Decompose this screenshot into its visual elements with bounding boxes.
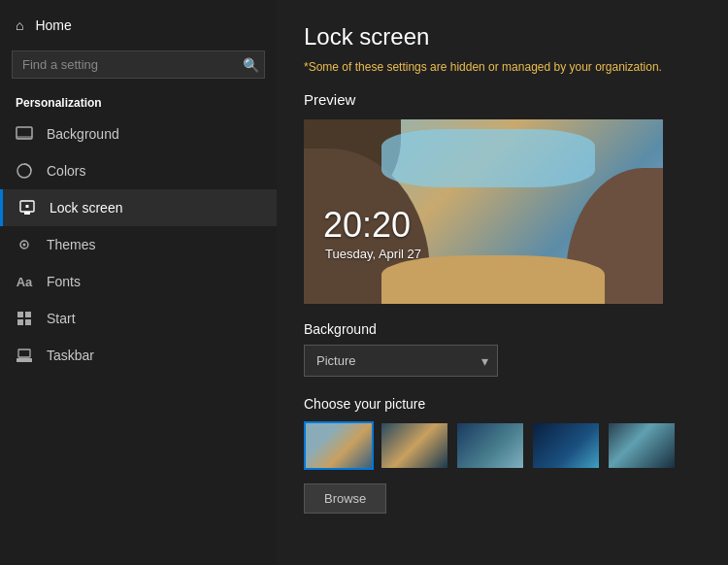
picture-thumb-1[interactable] xyxy=(304,421,374,470)
svg-rect-8 xyxy=(17,312,23,317)
preview-date: Tuesday, April 27 xyxy=(325,247,421,261)
svg-rect-13 xyxy=(18,349,30,357)
themes-label: Themes xyxy=(47,237,96,252)
lock-screen-label: Lock screen xyxy=(50,200,122,216)
picture-row xyxy=(304,421,701,470)
choose-label: Choose your picture xyxy=(304,396,701,412)
svg-rect-1 xyxy=(17,136,32,139)
main-content: Lock screen *Some of these settings are … xyxy=(277,0,728,565)
sidebar-item-colors[interactable]: Colors xyxy=(0,152,277,189)
page-title: Lock screen xyxy=(304,23,701,50)
browse-button[interactable]: Browse xyxy=(304,483,386,514)
sand-decoration xyxy=(381,255,605,304)
sidebar-item-background[interactable]: Background xyxy=(0,116,277,152)
start-label: Start xyxy=(47,311,76,326)
picture-thumb-4[interactable] xyxy=(531,421,601,470)
sidebar-item-lock-screen[interactable]: Lock screen xyxy=(0,189,277,226)
thumb-image-5 xyxy=(609,423,675,468)
sidebar-item-themes[interactable]: Themes xyxy=(0,226,277,263)
background-dropdown-wrapper: Picture Slideshow Windows spotlight ▾ xyxy=(304,345,498,377)
svg-rect-12 xyxy=(17,358,32,362)
thumb-image-4 xyxy=(533,423,599,468)
svg-rect-9 xyxy=(25,312,31,317)
fonts-icon: Aa xyxy=(16,273,33,290)
taskbar-icon xyxy=(16,347,33,364)
preview-label: Preview xyxy=(304,91,701,108)
themes-icon xyxy=(16,236,33,253)
preview-container: 20:20 Tuesday, April 27 xyxy=(304,119,663,304)
colors-icon xyxy=(16,162,33,180)
colors-label: Colors xyxy=(47,163,85,179)
thumb-image-2 xyxy=(381,423,447,468)
search-input[interactable] xyxy=(12,50,265,79)
home-icon: ⌂ xyxy=(16,17,23,33)
thumb-image-3 xyxy=(457,423,523,468)
background-icon xyxy=(16,125,33,143)
sky-decoration xyxy=(381,129,595,187)
warning-text: *Some of these settings are hidden or ma… xyxy=(304,60,701,74)
svg-point-7 xyxy=(23,244,26,247)
search-icon-button[interactable]: 🔍 xyxy=(243,57,259,73)
sidebar-item-taskbar[interactable]: Taskbar xyxy=(0,337,277,374)
fonts-label: Fonts xyxy=(47,274,81,289)
sidebar-item-fonts[interactable]: Aa Fonts xyxy=(0,263,277,300)
svg-rect-5 xyxy=(26,205,29,208)
background-field-label: Background xyxy=(304,321,701,337)
sidebar: ⌂ Home 🔍 Personalization Background Colo… xyxy=(0,0,277,565)
section-label: Personalization xyxy=(0,86,277,116)
svg-rect-10 xyxy=(17,319,23,325)
search-box: 🔍 xyxy=(12,50,265,79)
taskbar-label: Taskbar xyxy=(47,348,94,363)
lock-screen-icon xyxy=(18,199,36,216)
picture-thumb-5[interactable] xyxy=(607,421,677,470)
sidebar-item-start[interactable]: Start xyxy=(0,300,277,337)
preview-time: 20:20 xyxy=(323,205,411,246)
svg-rect-11 xyxy=(25,319,31,325)
preview-background: 20:20 Tuesday, April 27 xyxy=(304,119,663,304)
thumb-image-1 xyxy=(306,423,372,468)
start-icon xyxy=(16,310,33,327)
background-select[interactable]: Picture Slideshow Windows spotlight xyxy=(304,345,498,377)
picture-thumb-3[interactable] xyxy=(455,421,525,470)
sidebar-item-home[interactable]: ⌂ Home xyxy=(0,8,277,43)
home-label: Home xyxy=(35,17,71,33)
background-label: Background xyxy=(47,126,119,142)
picture-thumb-2[interactable] xyxy=(380,421,449,470)
svg-rect-4 xyxy=(24,212,30,215)
